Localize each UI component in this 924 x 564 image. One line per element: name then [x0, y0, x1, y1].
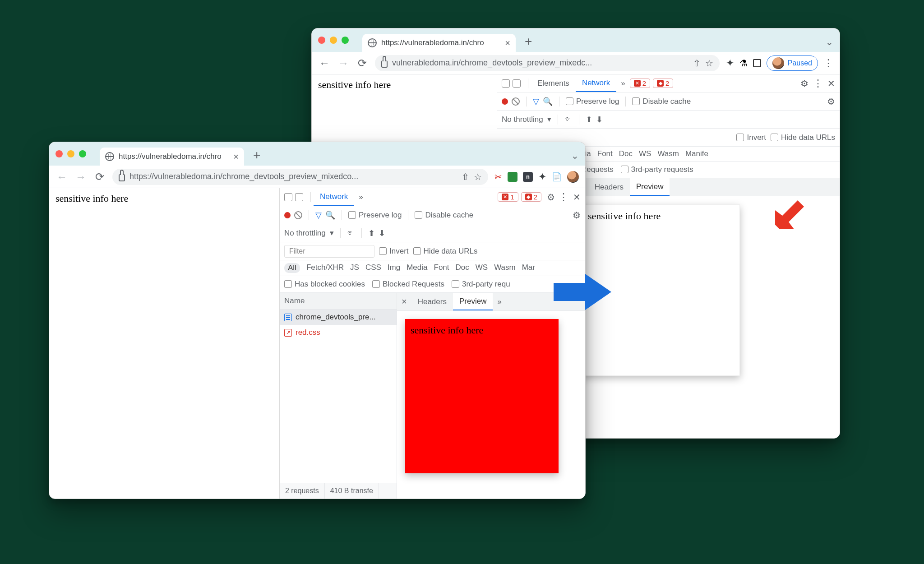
- more-detail-tabs-icon[interactable]: »: [493, 297, 506, 306]
- tab-network[interactable]: Network: [576, 74, 616, 92]
- back-button[interactable]: ←: [55, 171, 68, 183]
- reload-button[interactable]: ⟳: [356, 57, 369, 69]
- extension-icon[interactable]: ⚗: [739, 58, 748, 69]
- issue-badge[interactable]: ◆2: [653, 79, 673, 88]
- hide-dataurls-checkbox[interactable]: Hide data URLs: [771, 133, 835, 142]
- request-item[interactable]: chrome_devtools_pre...: [280, 310, 397, 325]
- extension-icon[interactable]: [508, 172, 517, 182]
- throttle-select[interactable]: No throttling ▾: [284, 228, 334, 238]
- close-devtools-icon[interactable]: ✕: [573, 192, 581, 203]
- disable-cache-checkbox[interactable]: Disable cache: [415, 211, 473, 220]
- scissors-icon[interactable]: ✂: [494, 171, 502, 182]
- filter-icon[interactable]: ▽: [315, 210, 322, 220]
- profile-paused-button[interactable]: Paused: [767, 55, 818, 71]
- inspect-icon[interactable]: [284, 193, 292, 201]
- tabs-dropdown-icon[interactable]: ⌄: [571, 150, 579, 161]
- type-filter[interactable]: Wasm: [657, 149, 679, 158]
- type-filter[interactable]: Font: [434, 263, 449, 273]
- forward-button[interactable]: →: [337, 57, 350, 69]
- record-icon[interactable]: [502, 98, 508, 105]
- type-filter[interactable]: Media: [407, 263, 427, 273]
- profile-avatar[interactable]: [567, 171, 579, 183]
- devtools-menu-icon[interactable]: ⋮: [559, 191, 568, 203]
- thirdparty-checkbox[interactable]: 3rd-party requests: [621, 165, 693, 174]
- download-har-icon[interactable]: ⬇: [596, 115, 603, 125]
- type-filter[interactable]: WS: [639, 149, 651, 158]
- type-filter[interactable]: Doc: [456, 263, 469, 273]
- hide-dataurls-checkbox[interactable]: Hide data URLs: [413, 247, 478, 256]
- bookmark-icon[interactable]: ☆: [474, 171, 482, 182]
- type-filter[interactable]: Wasm: [494, 263, 516, 273]
- issue-badge[interactable]: ◆2: [521, 192, 541, 202]
- disable-cache-checkbox[interactable]: Disable cache: [632, 97, 691, 106]
- clear-icon[interactable]: [294, 211, 302, 219]
- close-devtools-icon[interactable]: ✕: [827, 78, 835, 89]
- type-filter[interactable]: Manife: [685, 149, 708, 158]
- upload-har-icon[interactable]: ⬆: [368, 228, 375, 238]
- network-conditions-icon[interactable]: ᯤ: [564, 115, 573, 124]
- reload-button[interactable]: ⟳: [93, 171, 106, 183]
- maximize-window-button[interactable]: [342, 37, 349, 44]
- window-icon[interactable]: [753, 59, 761, 67]
- omnibox[interactable]: https://vulnerabledoma.in/chrome_devtool…: [112, 169, 488, 185]
- search-icon[interactable]: 🔍: [325, 210, 335, 220]
- tab-network[interactable]: Network: [314, 188, 354, 206]
- search-icon[interactable]: 🔍: [543, 97, 553, 106]
- record-icon[interactable]: [284, 212, 291, 218]
- minimize-window-button[interactable]: [330, 37, 337, 44]
- thirdparty-checkbox[interactable]: 3rd-party requ: [452, 280, 510, 289]
- share-icon[interactable]: ⇧: [462, 171, 469, 182]
- forward-button[interactable]: →: [74, 171, 87, 183]
- close-tab-icon[interactable]: ×: [233, 152, 239, 162]
- filter-icon[interactable]: ▽: [533, 97, 539, 106]
- close-window-button[interactable]: [55, 150, 63, 157]
- extension-icon[interactable]: n: [523, 172, 533, 182]
- device-mode-icon[interactable]: [513, 79, 521, 88]
- new-tab-button[interactable]: +: [253, 148, 260, 162]
- browser-tab[interactable]: https://vulnerabledoma.in/chro ×: [100, 148, 244, 166]
- invert-checkbox[interactable]: Invert: [379, 247, 409, 256]
- blocked-requests-checkbox[interactable]: Blocked Requests: [372, 280, 444, 289]
- close-tab-icon[interactable]: ×: [505, 38, 510, 48]
- more-tabs-icon[interactable]: »: [354, 193, 367, 202]
- upload-har-icon[interactable]: ⬆: [586, 115, 592, 125]
- close-window-button[interactable]: [318, 37, 325, 44]
- tab-elements[interactable]: Elements: [531, 74, 576, 92]
- device-mode-icon[interactable]: [295, 193, 303, 201]
- settings-icon[interactable]: ⚙: [547, 192, 555, 203]
- minimize-window-button[interactable]: [67, 150, 74, 157]
- preserve-log-checkbox[interactable]: Preserve log: [348, 211, 402, 220]
- download-har-icon[interactable]: ⬇: [379, 228, 385, 238]
- type-filter[interactable]: JS: [350, 263, 359, 273]
- extensions-icon[interactable]: ✦: [538, 171, 546, 183]
- name-column-header[interactable]: Name: [280, 293, 397, 310]
- invert-checkbox[interactable]: Invert: [736, 133, 766, 142]
- error-badge[interactable]: ✕1: [498, 192, 518, 202]
- inspect-icon[interactable]: [502, 79, 510, 88]
- close-detail-icon[interactable]: ×: [397, 296, 411, 307]
- type-filter-all[interactable]: All: [284, 263, 300, 273]
- omnibox[interactable]: vulnerabledoma.in/chrome_devtools_previe…: [375, 55, 720, 71]
- new-tab-button[interactable]: +: [525, 34, 532, 49]
- maximize-window-button[interactable]: [79, 150, 86, 157]
- browser-tab[interactable]: https://vulnerabledoma.in/chro ×: [362, 34, 516, 52]
- tab-headers[interactable]: Headers: [411, 293, 453, 310]
- blocked-cookies-checkbox[interactable]: Has blocked cookies: [284, 280, 365, 289]
- type-filter[interactable]: WS: [476, 263, 488, 273]
- tab-headers[interactable]: Headers: [588, 178, 630, 196]
- back-button[interactable]: ←: [318, 57, 331, 69]
- share-icon[interactable]: ⇧: [693, 58, 701, 69]
- type-filter[interactable]: Doc: [619, 149, 633, 158]
- bookmark-icon[interactable]: ☆: [705, 58, 713, 69]
- network-settings-icon[interactable]: ⚙: [573, 210, 581, 221]
- type-filter[interactable]: Mar: [522, 263, 535, 273]
- network-conditions-icon[interactable]: ᯤ: [347, 228, 355, 238]
- tab-preview[interactable]: Preview: [453, 293, 493, 310]
- document-icon[interactable]: 📄: [552, 172, 562, 182]
- network-settings-icon[interactable]: ⚙: [827, 96, 835, 107]
- type-filter[interactable]: Img: [388, 263, 400, 273]
- devtools-menu-icon[interactable]: ⋮: [813, 78, 823, 89]
- extensions-icon[interactable]: ✦: [726, 57, 734, 69]
- settings-icon[interactable]: ⚙: [800, 78, 808, 89]
- chrome-menu-icon[interactable]: ⋮: [823, 57, 833, 69]
